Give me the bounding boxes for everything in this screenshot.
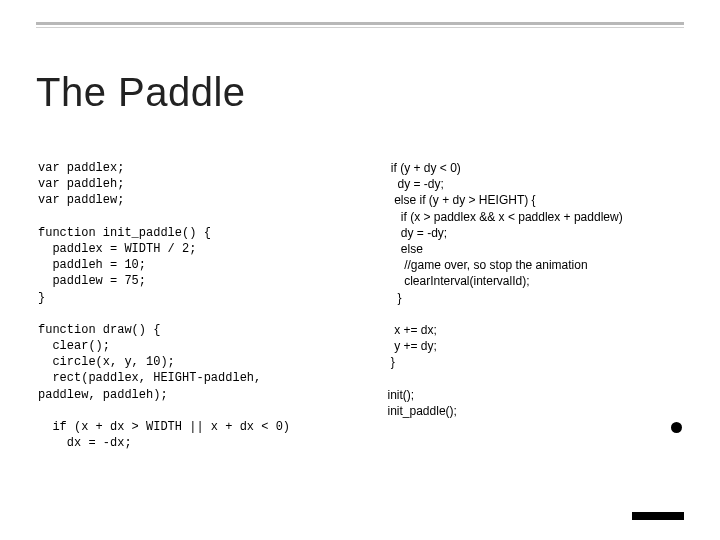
paddle-icon bbox=[632, 512, 684, 520]
game-illustration bbox=[560, 400, 690, 520]
divider-thick bbox=[36, 22, 684, 25]
ball-icon bbox=[671, 422, 682, 433]
slide: The Paddle var paddlex; var paddleh; var… bbox=[0, 0, 720, 540]
header-divider bbox=[36, 22, 684, 28]
code-column-left: var paddlex; var paddleh; var paddlew; f… bbox=[38, 160, 364, 451]
slide-title: The Paddle bbox=[36, 70, 246, 115]
divider-thin bbox=[36, 27, 684, 28]
